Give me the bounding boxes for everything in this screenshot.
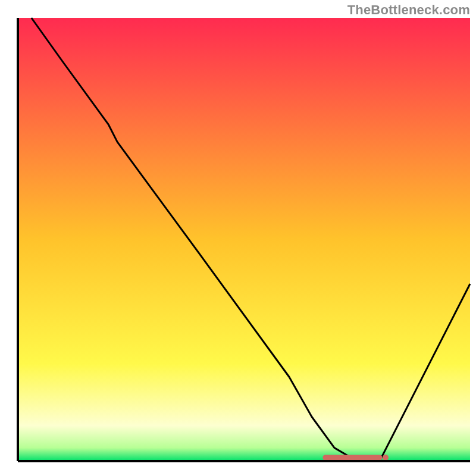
gradient-background xyxy=(18,18,470,461)
optimal-range-end-dot xyxy=(383,455,389,461)
watermark-text: TheBottleneck.com xyxy=(347,2,470,18)
chart-container: TheBottleneck.com xyxy=(0,0,476,476)
bottleneck-chart xyxy=(0,0,476,476)
